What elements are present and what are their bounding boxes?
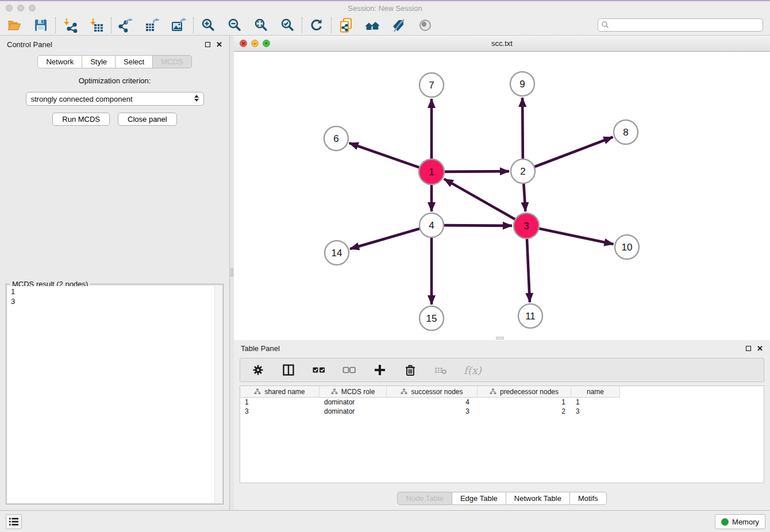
network-close-button[interactable]: ✕ <box>240 40 247 47</box>
network-window-titlebar[interactable]: ✕ − + scc.txt <box>234 36 770 52</box>
graph-edge-3-1[interactable] <box>444 179 517 220</box>
graph-edge-3-10[interactable] <box>538 228 614 244</box>
cell-shared-name[interactable]: 1 <box>240 398 319 406</box>
tab-network-table[interactable]: Network Table <box>506 492 570 505</box>
network-canvas[interactable]: 7968124314101511 <box>234 52 770 340</box>
graph-edge-4-14[interactable] <box>350 228 421 249</box>
minimize-window-button[interactable] <box>17 5 24 11</box>
graph-node-8[interactable]: 8 <box>614 120 638 144</box>
close-table-panel-icon[interactable]: ✕ <box>757 346 763 351</box>
cell-successor-nodes[interactable]: 3 <box>387 407 478 415</box>
tab-mcds[interactable]: MCDS <box>153 55 191 68</box>
graph-node-2[interactable]: 2 <box>511 159 535 183</box>
mcds-result-text[interactable]: 1 3 <box>7 286 222 503</box>
close-panel-button[interactable]: Close panel <box>118 113 177 126</box>
memory-button[interactable]: Memory <box>715 514 765 529</box>
graph-node-9[interactable]: 9 <box>510 72 534 96</box>
graph-edge-3-11[interactable] <box>527 237 530 302</box>
close-panel-icon[interactable]: ✕ <box>216 42 222 47</box>
import-table-button[interactable] <box>89 18 104 33</box>
toggle-column-view-button[interactable] <box>281 363 296 377</box>
graph-node-11[interactable]: 11 <box>518 304 542 328</box>
create-column-button[interactable] <box>372 363 387 377</box>
hide-labels-button[interactable] <box>391 18 406 33</box>
column-header-successor-nodes[interactable]: successor nodes <box>387 386 478 398</box>
tab-network[interactable]: Network <box>37 55 82 68</box>
table-settings-button[interactable] <box>251 363 265 377</box>
splitter-grip[interactable] <box>230 268 233 276</box>
delete-table-button[interactable] <box>433 363 448 377</box>
network-minimize-button[interactable]: − <box>251 40 259 47</box>
open-session-button[interactable] <box>7 18 22 33</box>
result-scrollbar[interactable] <box>214 286 222 503</box>
home-button[interactable] <box>365 18 380 33</box>
import-network-button[interactable] <box>63 18 78 33</box>
graph-edge-2-8[interactable] <box>533 137 613 168</box>
graph-node-15[interactable]: 15 <box>419 306 444 330</box>
graph-node-1[interactable]: 1 <box>419 159 444 184</box>
graph-node-4[interactable]: 4 <box>419 213 444 237</box>
graph-edge-2-3[interactable] <box>523 182 525 211</box>
graph-node-10[interactable]: 10 <box>615 235 639 259</box>
export-image-button[interactable] <box>171 18 186 33</box>
zoom-fit-button[interactable] <box>253 18 268 33</box>
zoom-out-button[interactable] <box>227 18 242 33</box>
save-session-button[interactable] <box>33 18 48 33</box>
cell-predecessor-nodes[interactable]: 1 <box>478 398 571 406</box>
column-label: successor nodes <box>411 388 463 396</box>
function-builder-button[interactable]: f(x) <box>464 364 482 376</box>
search-input[interactable] <box>598 18 763 32</box>
graph-edge-2-9[interactable] <box>522 98 523 160</box>
cell-shared-name[interactable]: 3 <box>240 407 319 415</box>
show-hide-panel-button[interactable] <box>418 18 433 33</box>
apply-style-button[interactable] <box>309 18 324 33</box>
tab-select[interactable]: Select <box>116 55 153 68</box>
graph-node-7[interactable]: 7 <box>419 73 444 97</box>
graph-edge-4-3[interactable] <box>442 225 512 226</box>
column-header-name[interactable]: name <box>571 386 620 398</box>
zoom-in-button[interactable] <box>201 18 215 33</box>
vertical-splitter[interactable] <box>230 36 234 510</box>
run-mcds-button[interactable]: Run MCDS <box>52 113 110 126</box>
maximize-window-button[interactable] <box>29 5 36 11</box>
column-header-predecessor-nodes[interactable]: predecessor nodes <box>478 386 571 398</box>
graph-node-3[interactable]: 3 <box>514 213 539 238</box>
export-network-button[interactable] <box>118 18 133 33</box>
cell-successor-nodes[interactable]: 4 <box>387 398 478 406</box>
column-header-mcds-role[interactable]: MCDS role <box>319 386 387 398</box>
close-window-button[interactable] <box>6 5 13 11</box>
criterion-dropdown[interactable]: strongly connected component <box>26 92 204 106</box>
float-panel-icon[interactable] <box>205 42 210 47</box>
graph-node-6[interactable]: 6 <box>324 126 348 151</box>
select-all-button[interactable] <box>311 363 326 377</box>
delete-column-button[interactable] <box>403 363 418 377</box>
tab-node-table[interactable]: Node Table <box>397 492 452 505</box>
column-label: name <box>587 388 604 396</box>
export-table-button[interactable] <box>145 18 160 33</box>
cell-name[interactable]: 1 <box>571 398 620 406</box>
window-title: Session: New Session <box>0 4 770 13</box>
network-maximize-button[interactable]: + <box>263 40 270 47</box>
table-row[interactable]: 3dominator323 <box>240 407 764 416</box>
tab-motifs[interactable]: Motifs <box>570 492 607 505</box>
unselect-all-button[interactable] <box>342 363 357 377</box>
column-header-shared-name[interactable]: shared name <box>240 386 319 398</box>
table-body: 1dominator4113dominator323 <box>240 398 764 416</box>
table-row[interactable]: 1dominator411 <box>240 398 764 407</box>
graph-edge-1-6[interactable] <box>349 143 421 168</box>
zoom-selected-button[interactable] <box>280 18 295 33</box>
graph-node-14[interactable]: 14 <box>325 241 349 265</box>
cell-mcds-role[interactable]: dominator <box>319 407 387 415</box>
network-graph[interactable]: 7968124314101511 <box>234 52 770 340</box>
tab-edge-table[interactable]: Edge Table <box>452 492 506 505</box>
tab-style[interactable]: Style <box>82 55 116 68</box>
graph-edge-1-2[interactable] <box>443 171 509 172</box>
cell-mcds-role[interactable]: dominator <box>319 398 387 406</box>
cell-name[interactable]: 3 <box>571 407 620 415</box>
canvas-splitter-grip[interactable] <box>496 337 504 340</box>
clone-network-button[interactable] <box>338 18 353 33</box>
unchecked-boxes-icon <box>342 363 356 377</box>
task-history-button[interactable] <box>6 514 22 529</box>
float-table-panel-icon[interactable] <box>746 346 751 351</box>
cell-predecessor-nodes[interactable]: 2 <box>478 407 571 415</box>
